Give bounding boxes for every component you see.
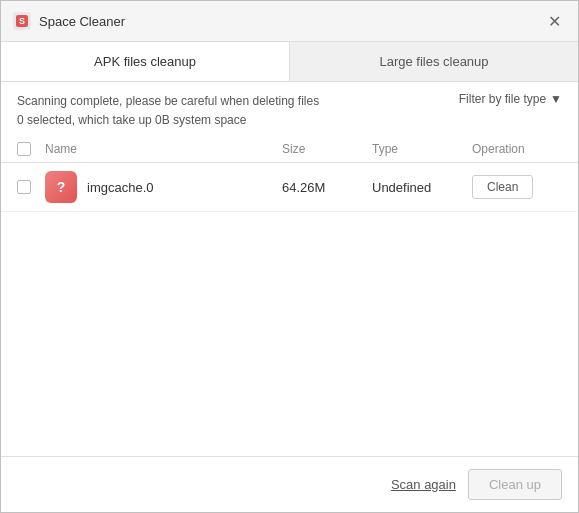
status-bar: Scanning complete, please be careful whe…	[1, 82, 578, 136]
file-action: Clean	[472, 175, 562, 199]
status-text: Scanning complete, please be careful whe…	[17, 92, 319, 130]
header-type: Type	[372, 142, 472, 156]
table-header: Name Size Type Operation	[1, 136, 578, 163]
status-line2: 0 selected, which take up 0B system spac…	[17, 111, 319, 130]
window-title: Space Cleaner	[39, 14, 542, 29]
header-checkbox[interactable]	[17, 142, 45, 156]
header-size: Size	[282, 142, 372, 156]
filter-button[interactable]: Filter by file type ▼	[459, 92, 562, 106]
svg-text:S: S	[19, 16, 25, 26]
file-cell: ? imgcache.0	[45, 171, 282, 203]
filter-label: Filter by file type	[459, 92, 546, 106]
header-name: Name	[45, 142, 282, 156]
app-icon: S	[13, 12, 31, 30]
file-size: 64.26M	[282, 180, 372, 195]
title-bar: S Space Cleaner ✕	[1, 1, 578, 42]
table-body: ? imgcache.0 64.26M Undefined Clean	[1, 163, 578, 456]
file-icon: ?	[45, 171, 77, 203]
footer: Scan again Clean up	[1, 456, 578, 512]
table-row: ? imgcache.0 64.26M Undefined Clean	[1, 163, 578, 212]
header-operation: Operation	[472, 142, 562, 156]
file-icon-symbol: ?	[57, 179, 66, 195]
filter-arrow-icon: ▼	[550, 92, 562, 106]
row-checkbox[interactable]	[17, 180, 45, 194]
status-line1: Scanning complete, please be careful whe…	[17, 92, 319, 111]
scan-again-button[interactable]: Scan again	[391, 477, 456, 492]
clean-up-button[interactable]: Clean up	[468, 469, 562, 500]
tab-large-files[interactable]: Large files cleanup	[290, 42, 578, 81]
tab-apk-files[interactable]: APK files cleanup	[1, 42, 290, 81]
file-type: Undefined	[372, 180, 472, 195]
file-name: imgcache.0	[87, 180, 153, 195]
app-window: S Space Cleaner ✕ APK files cleanup Larg…	[0, 0, 579, 513]
clean-button[interactable]: Clean	[472, 175, 533, 199]
close-button[interactable]: ✕	[542, 9, 566, 33]
tabs: APK files cleanup Large files cleanup	[1, 42, 578, 82]
main-content: Scanning complete, please be careful whe…	[1, 82, 578, 456]
